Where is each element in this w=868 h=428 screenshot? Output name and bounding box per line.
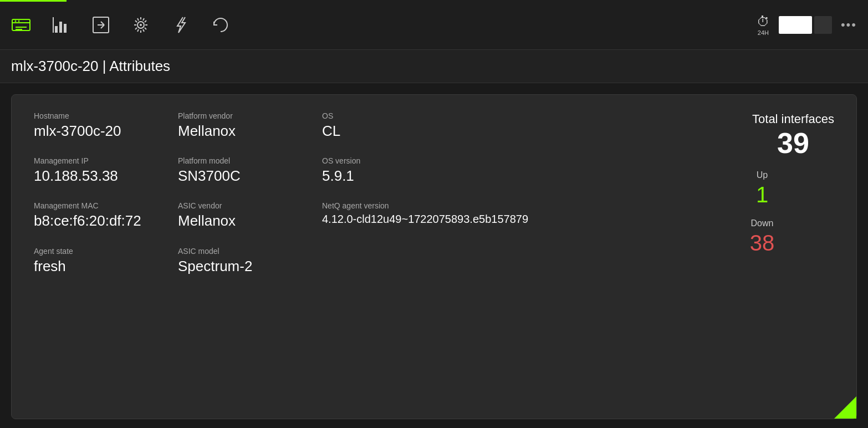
asic-vendor-value: Mellanox	[178, 212, 289, 230]
svg-line-26	[137, 29, 139, 32]
svg-line-17	[143, 29, 144, 32]
agent-state-value: fresh	[34, 258, 145, 275]
clock-icon: ⏱	[757, 14, 770, 29]
interfaces-total-count: 39	[752, 128, 834, 159]
svg-line-19	[145, 28, 146, 29]
toggle-on[interactable]	[779, 16, 812, 34]
interfaces-total: Total interfaces 39	[752, 111, 834, 159]
mgmt-ip-value: 10.188.53.38	[34, 167, 145, 185]
attributes-section: Hostname mlx-3700c-20 Management IP 10.1…	[34, 111, 690, 402]
down-label: Down	[690, 218, 834, 228]
attr-netq-version: NetQ agent version 4.12.0-cld12u49~17220…	[322, 201, 528, 226]
export-icon[interactable]	[89, 13, 113, 37]
main-content: Hostname mlx-3700c-20 Management IP 10.1…	[0, 83, 868, 428]
svg-line-16	[137, 18, 139, 21]
toggle-area[interactable]	[779, 16, 832, 34]
platform-model-label: Platform model	[178, 156, 289, 165]
attr-agent-state: Agent state fresh	[34, 247, 145, 275]
hostname-value: mlx-3700c-20	[34, 123, 145, 140]
mgmt-mac-value: b8:ce:f6:20:df:72	[34, 212, 145, 230]
top-bar: ⏱ 24H •••	[0, 0, 868, 50]
more-options[interactable]: •••	[841, 18, 857, 32]
svg-point-3	[18, 20, 20, 22]
attr-mgmt-ip: Management IP 10.188.53.38	[34, 156, 145, 185]
mgmt-ip-label: Management IP	[34, 156, 145, 165]
attr-hostname: Hostname mlx-3700c-20	[34, 111, 145, 140]
platform-model-value: SN3700C	[178, 167, 289, 185]
attr-col-2: Platform vendor Mellanox Platform model …	[178, 111, 289, 402]
hostname-label: Hostname	[34, 111, 145, 120]
interfaces-panel: Total interfaces 39 Up 1 Down 38	[690, 111, 834, 402]
green-accent	[0, 0, 67, 2]
attr-mgmt-mac: Management MAC b8:ce:f6:20:df:72	[34, 201, 145, 230]
svg-rect-7	[55, 26, 58, 33]
netq-version-value: 4.12.0-cld12u49~1722075893.e5b157879	[322, 212, 528, 226]
os-label: OS	[322, 111, 528, 120]
netq-version-label: NetQ agent version	[322, 201, 528, 210]
asic-model-label: ASIC model	[178, 247, 289, 256]
asic-vendor-label: ASIC vendor	[178, 201, 289, 210]
interfaces-up: Up 1	[690, 170, 834, 207]
svg-line-27	[143, 18, 144, 21]
asic-model-value: Spectrum-2	[178, 258, 289, 275]
time-label: 24H	[758, 29, 769, 36]
agent-state-label: Agent state	[34, 247, 145, 256]
svg-line-25	[145, 21, 146, 22]
attr-platform-vendor: Platform vendor Mellanox	[178, 111, 289, 140]
charts-icon[interactable]	[49, 13, 73, 37]
platform-vendor-label: Platform vendor	[178, 111, 289, 120]
svg-point-21	[140, 24, 142, 26]
device-icon[interactable]	[9, 13, 33, 37]
interfaces-total-label: Total interfaces	[752, 111, 834, 128]
svg-rect-8	[59, 22, 62, 33]
attr-col-1: Hostname mlx-3700c-20 Management IP 10.1…	[34, 111, 145, 402]
lightning-icon[interactable]	[169, 13, 193, 37]
top-bar-right: ⏱ 24H •••	[757, 14, 857, 36]
corner-decoration	[834, 396, 856, 419]
svg-marker-28	[834, 396, 856, 419]
tools-icon[interactable]	[129, 13, 153, 37]
os-value: CL	[322, 123, 528, 140]
svg-line-18	[135, 21, 137, 22]
svg-rect-9	[64, 24, 67, 33]
svg-point-2	[15, 20, 17, 22]
attr-os: OS CL	[322, 111, 528, 140]
attributes-card: Hostname mlx-3700c-20 Management IP 10.1…	[11, 94, 857, 419]
attr-asic-model: ASIC model Spectrum-2	[178, 247, 289, 275]
attr-col-3: OS CL OS version 5.9.1 NetQ agent versio…	[322, 111, 528, 402]
time-badge: ⏱ 24H	[757, 14, 770, 36]
attr-asic-vendor: ASIC vendor Mellanox	[178, 201, 289, 230]
up-label: Up	[690, 170, 834, 180]
svg-line-24	[135, 28, 137, 29]
down-count: 38	[690, 231, 834, 256]
interfaces-down: Down 38	[690, 218, 834, 256]
nav-icons	[9, 13, 233, 37]
os-version-label: OS version	[322, 156, 528, 165]
platform-vendor-value: Mellanox	[178, 123, 289, 140]
os-version-value: 5.9.1	[322, 167, 528, 185]
page-title: mlx-3700c-20 | Attributes	[11, 58, 857, 75]
refresh-icon[interactable]	[208, 13, 233, 37]
toggle-off[interactable]	[814, 16, 832, 34]
page-title-bar: mlx-3700c-20 | Attributes	[0, 50, 868, 83]
up-count: 1	[690, 182, 834, 207]
attr-platform-model: Platform model SN3700C	[178, 156, 289, 185]
mgmt-mac-label: Management MAC	[34, 201, 145, 210]
attr-os-version: OS version 5.9.1	[322, 156, 528, 185]
